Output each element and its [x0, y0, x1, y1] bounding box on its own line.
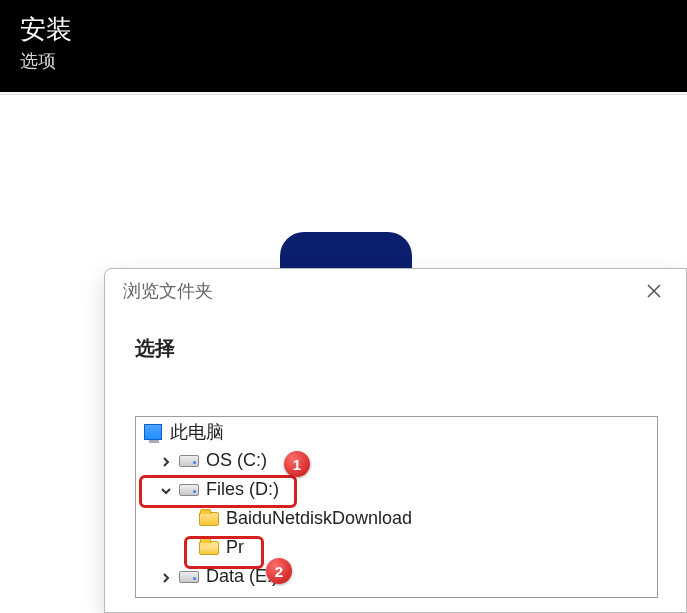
- monitor-icon: [142, 421, 164, 443]
- folder-icon: [198, 508, 220, 530]
- tree-label: Files (D:): [206, 479, 279, 500]
- dialog-close-button[interactable]: [634, 275, 674, 307]
- close-icon: [647, 284, 661, 298]
- tree-label: 此电脑: [170, 420, 224, 444]
- tree-node-drive-d[interactable]: Files (D:): [136, 475, 657, 504]
- drive-icon: [178, 566, 200, 588]
- tree-node-drive-c[interactable]: OS (C:): [136, 446, 657, 475]
- installer-title: 安装: [20, 12, 667, 47]
- tree-label: BaiduNetdiskDownload: [226, 508, 412, 529]
- tree-label: Pr: [226, 537, 244, 558]
- installer-subtitle: 选项: [20, 49, 667, 73]
- folder-open-icon: [198, 537, 220, 559]
- caret-right-icon[interactable]: [160, 452, 178, 470]
- tree-label: OS (C:): [206, 450, 267, 471]
- dialog-titlebar: 浏览文件夹: [105, 269, 686, 313]
- dialog-content: 选择 此电脑 OS (C:) Files: [105, 313, 686, 598]
- caret-right-icon[interactable]: [160, 568, 178, 586]
- browse-folder-dialog: 浏览文件夹 选择 此电脑 OS (C:): [104, 268, 687, 613]
- dialog-title: 浏览文件夹: [123, 279, 634, 303]
- dialog-prompt: 选择: [135, 335, 658, 362]
- drive-icon: [178, 479, 200, 501]
- caret-down-icon[interactable]: [160, 481, 178, 499]
- folder-tree[interactable]: 此电脑 OS (C:) Files (D:): [135, 416, 658, 598]
- tree-node-drive-e[interactable]: Data (E:): [136, 562, 657, 591]
- installer-header: 安装 选项: [0, 0, 687, 92]
- drive-icon: [178, 450, 200, 472]
- tree-node-folder-baidu[interactable]: BaiduNetdiskDownload: [136, 504, 657, 533]
- tree-node-this-pc[interactable]: 此电脑: [136, 417, 657, 446]
- tree-label: Data (E:): [206, 566, 278, 587]
- tree-node-folder-pr[interactable]: Pr: [136, 533, 657, 562]
